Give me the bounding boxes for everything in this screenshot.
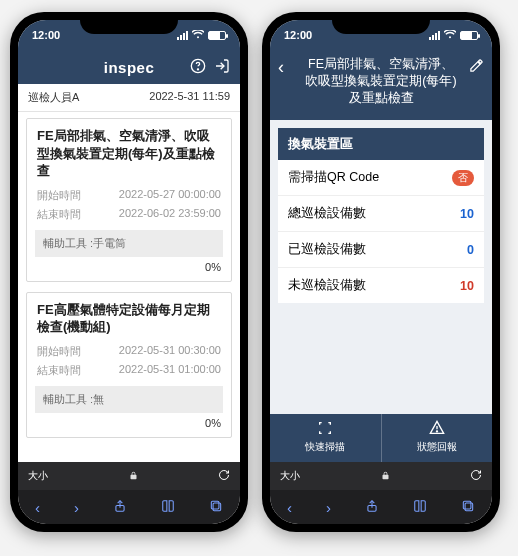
stat-row-done: 已巡檢設備數 0 [278,232,484,268]
stat-label: 未巡檢設備數 [288,277,366,294]
browser-toolbar: ‹ › [270,490,492,524]
task-title: FE高壓氣體特定設備每月定期檢查(機動組) [27,293,231,342]
end-value: 2022-06-02 23:59:00 [119,207,221,222]
forward-icon[interactable]: › [326,499,331,516]
stat-list: 需掃描QR Code 否 總巡檢設備數 10 已巡檢設備數 0 未巡檢設備數 1… [278,160,484,303]
stat-label: 需掃描QR Code [288,169,379,186]
task-progress: 0% [27,413,231,437]
screen-left: 12:00 inspec [18,20,240,524]
forward-icon[interactable]: › [74,499,79,516]
wifi-icon [444,30,456,41]
start-value: 2022-05-27 00:00:00 [119,188,221,203]
stat-value: 0 [467,243,474,257]
reload-icon[interactable] [218,469,230,484]
phone-notch [80,12,178,34]
start-value: 2022-05-31 00:30:00 [119,344,221,359]
svg-rect-7 [465,503,473,511]
stat-row-remaining: 未巡檢設備數 10 [278,268,484,303]
cell-signal-icon [429,31,440,40]
tabs-icon[interactable] [461,499,475,516]
book-icon[interactable] [413,499,427,516]
current-user: 巡檢人員A [28,90,79,105]
share-icon[interactable] [365,499,379,516]
stat-label: 總巡檢設備數 [288,205,366,222]
app-brand: inspec [70,59,188,76]
stat-row-qr: 需掃描QR Code 否 [278,160,484,196]
quick-scan-button[interactable]: 快速掃描 [270,414,382,462]
phone-frame-left: 12:00 inspec [10,12,248,532]
current-timestamp: 2022-5-31 11:59 [149,90,230,105]
start-label: 開始時間 [37,188,81,203]
screen-right: 12:00 ‹ FE局部排氣、空氣清淨、吹吸型換氣裝置定期(每年)及重點檢查 換… [270,20,492,524]
svg-rect-8 [463,501,471,509]
status-indicators [429,30,478,41]
svg-point-5 [436,431,437,432]
task-end-row: 結束時間 2022-05-31 01:00:00 [27,361,231,380]
text-size-control[interactable]: 大小 [280,469,300,483]
task-start-row: 開始時間 2022-05-27 00:00:00 [27,186,231,205]
reload-icon[interactable] [470,469,482,484]
tool-value: 手電筒 [93,237,126,249]
task-list[interactable]: FE局部排氣、空氣清淨、吹吸型換氣裝置定期(每年)及重點檢查 開始時間 2022… [18,112,240,462]
detail-header: ‹ FE局部排氣、空氣清淨、吹吸型換氣裝置定期(每年)及重點檢查 [270,50,492,120]
cell-signal-icon [177,31,188,40]
scan-icon [317,420,333,438]
task-card[interactable]: FE高壓氣體特定設備每月定期檢查(機動組) 開始時間 2022-05-31 00… [26,292,232,438]
detail-body: 換氣裝置區 需掃描QR Code 否 總巡檢設備數 10 已巡檢設備數 0 [270,120,492,462]
page-title: FE局部排氣、空氣清淨、吹吸型換氣裝置定期(每年)及重點檢查 [300,56,462,107]
alert-icon [429,420,445,438]
sub-header: 巡檢人員A 2022-5-31 11:59 [18,84,240,112]
status-report-button[interactable]: 狀態回報 [382,414,493,462]
tool-label: 輔助工具 : [43,393,93,405]
status-report-label: 狀態回報 [417,440,457,454]
share-icon[interactable] [113,499,127,516]
back-icon[interactable]: ‹ [287,499,292,516]
battery-icon [460,31,478,40]
task-tool-row: 輔助工具 :無 [35,386,223,413]
task-tool-row: 輔助工具 :手電筒 [35,230,223,257]
task-progress: 0% [27,257,231,281]
help-icon[interactable] [190,58,206,77]
book-icon[interactable] [161,499,175,516]
back-icon[interactable]: ‹ [35,499,40,516]
status-indicators [177,30,226,41]
tool-label: 輔助工具 : [43,237,93,249]
login-icon[interactable] [214,58,230,77]
svg-rect-4 [211,501,219,509]
wifi-icon [192,30,204,41]
bottom-action-bar: 快速掃描 狀態回報 [270,414,492,462]
battery-icon [208,31,226,40]
svg-point-1 [197,68,198,69]
browser-url-bar[interactable]: 大小 [18,462,240,490]
lock-icon[interactable] [310,470,460,483]
task-card[interactable]: FE局部排氣、空氣清淨、吹吸型換氣裝置定期(每年)及重點檢查 開始時間 2022… [26,118,232,282]
status-time: 12:00 [32,29,60,41]
browser-url-bar[interactable]: 大小 [270,462,492,490]
stat-row-total: 總巡檢設備數 10 [278,196,484,232]
browser-toolbar: ‹ › [18,490,240,524]
tool-value: 無 [93,393,104,405]
quick-scan-label: 快速掃描 [305,440,345,454]
stat-value: 10 [460,207,474,221]
task-title: FE局部排氣、空氣清淨、吹吸型換氣裝置定期(每年)及重點檢查 [27,119,231,186]
section-title: 換氣裝置區 [278,128,484,160]
phone-notch [332,12,430,34]
edit-icon[interactable] [462,56,484,76]
task-end-row: 結束時間 2022-06-02 23:59:00 [27,205,231,224]
end-label: 結束時間 [37,363,81,378]
end-label: 結束時間 [37,207,81,222]
task-start-row: 開始時間 2022-05-31 00:30:00 [27,342,231,361]
svg-rect-3 [213,503,221,511]
tabs-icon[interactable] [209,499,223,516]
stat-label: 已巡檢設備數 [288,241,366,258]
start-label: 開始時間 [37,344,81,359]
end-value: 2022-05-31 01:00:00 [119,363,221,378]
text-size-control[interactable]: 大小 [28,469,48,483]
app-header: inspec [18,50,240,84]
lock-icon[interactable] [58,470,208,483]
back-button[interactable]: ‹ [278,56,300,76]
stat-pill: 否 [452,170,474,186]
phone-frame-right: 12:00 ‹ FE局部排氣、空氣清淨、吹吸型換氣裝置定期(每年)及重點檢查 換… [262,12,500,532]
stat-value: 10 [460,279,474,293]
status-time: 12:00 [284,29,312,41]
